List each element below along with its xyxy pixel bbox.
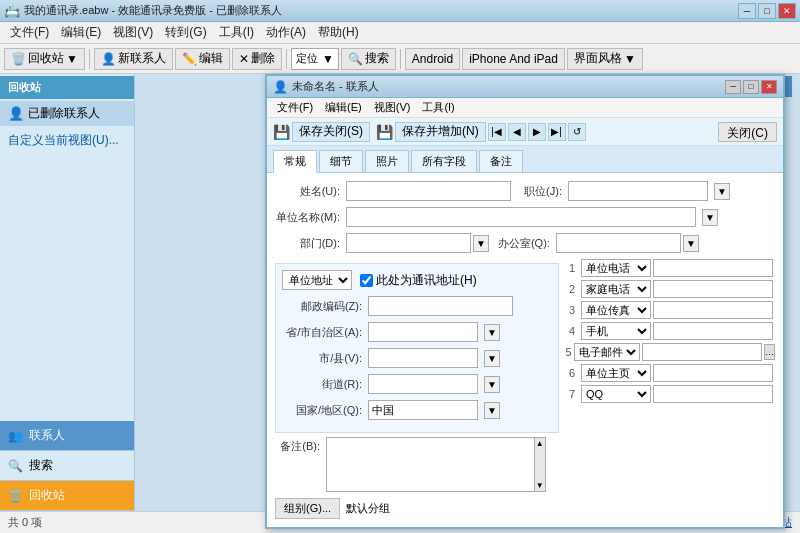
name-input[interactable] (346, 181, 511, 201)
dept-arrow[interactable]: ▼ (473, 235, 489, 252)
prev-record-button[interactable]: ◀ (508, 123, 526, 141)
dept-input[interactable] (346, 233, 471, 253)
phone-list: 1 单位电话 2 家庭电话 (565, 259, 775, 519)
dialog-menu-file[interactable]: 文件(F) (271, 99, 319, 116)
phone-num-2: 2 (565, 283, 579, 295)
dept-label: 部门(D): (275, 236, 340, 251)
mailing-address-check[interactable]: 此处为通讯地址(H) (360, 272, 477, 289)
dept-office-row: 部门(D): ▼ 办公室(Q): ▼ (275, 233, 775, 253)
city-input[interactable] (368, 348, 478, 368)
phone-input-7[interactable] (653, 385, 773, 403)
first-record-button[interactable]: |◀ (488, 123, 506, 141)
menu-file[interactable]: 文件(F) (4, 22, 55, 43)
maximize-button[interactable]: □ (758, 3, 776, 19)
title-arrow[interactable]: ▼ (714, 183, 730, 200)
delete-button[interactable]: ✕ 删除 (232, 48, 282, 70)
mailing-checkbox[interactable] (360, 274, 373, 287)
menu-edit[interactable]: 编辑(E) (55, 22, 107, 43)
office-input[interactable] (556, 233, 681, 253)
phone-type-2[interactable]: 家庭电话 (581, 280, 651, 298)
company-input[interactable] (346, 207, 696, 227)
phone-input-1[interactable] (653, 259, 773, 277)
phone-input-3[interactable] (653, 301, 773, 319)
recycle-bin-button[interactable]: 🗑️ 回收站 ▼ (4, 48, 85, 70)
notes-textarea[interactable] (327, 438, 534, 488)
edit-button[interactable]: ✏️ 编辑 (175, 48, 230, 70)
android-button[interactable]: Android (405, 48, 460, 70)
tab-detail[interactable]: 细节 (319, 150, 363, 172)
postal-input[interactable] (368, 296, 513, 316)
sidebar-nav-search[interactable]: 🔍 搜索 (0, 451, 134, 481)
main-layout: 回收站 👤 已删除联系人 自定义当前视图(U)... 👥 联系人 🔍 搜索 🗑️… (0, 74, 800, 511)
dialog-menu-view[interactable]: 视图(V) (368, 99, 417, 116)
sidebar-item-label: 已删除联系人 (28, 105, 100, 122)
locate-combo[interactable]: 定位 ▼ (291, 48, 339, 70)
street-arrow[interactable]: ▼ (484, 376, 500, 393)
phone-type-5[interactable]: 电子邮件 (574, 343, 640, 361)
office-arrow[interactable]: ▼ (683, 235, 699, 252)
tab-general[interactable]: 常规 (273, 150, 317, 173)
dialog-title-bar: 👤 未命名名 - 联系人 ─ □ ✕ (267, 76, 783, 98)
scroll-down[interactable]: ▼ (535, 480, 545, 491)
group-button[interactable]: 组别(G)... (275, 498, 340, 519)
dialog-tabs: 常规 细节 照片 所有字段 备注 (267, 146, 783, 173)
company-arrow[interactable]: ▼ (702, 209, 718, 226)
tab-notes[interactable]: 备注 (479, 150, 523, 172)
close-dialog-button[interactable]: 关闭(C) (718, 122, 777, 142)
phone-input-5[interactable] (642, 343, 762, 361)
search-button[interactable]: 🔍 搜索 (341, 48, 396, 70)
country-arrow[interactable]: ▼ (484, 402, 500, 419)
notes-scrollbar[interactable]: ▲ ▼ (534, 438, 545, 491)
phone-more-5[interactable]: … (764, 344, 775, 360)
street-input[interactable] (368, 374, 478, 394)
menu-goto[interactable]: 转到(G) (159, 22, 212, 43)
menu-tools[interactable]: 工具(I) (213, 22, 260, 43)
dialog-maximize-button[interactable]: □ (743, 80, 759, 94)
phone-input-2[interactable] (653, 280, 773, 298)
dialog-minimize-button[interactable]: ─ (725, 80, 741, 94)
phone-type-6[interactable]: 单位主页 (581, 364, 651, 382)
tab-all-fields[interactable]: 所有字段 (411, 150, 477, 172)
dialog-menu-edit[interactable]: 编辑(E) (319, 99, 368, 116)
dialog-menu-tools[interactable]: 工具(I) (416, 99, 460, 116)
phone-type-3[interactable]: 单位传真 (581, 301, 651, 319)
toolbar-icon-2: 💾 (376, 124, 393, 140)
phone-type-7[interactable]: QQ (581, 385, 651, 403)
save-close-button[interactable]: 保存关闭(S) (292, 122, 370, 142)
province-arrow[interactable]: ▼ (484, 324, 500, 341)
new-contact-button[interactable]: 👤 新联系人 (94, 48, 173, 70)
status-count: 共 0 项 (8, 515, 42, 530)
province-input[interactable] (368, 322, 478, 342)
group-value: 默认分组 (346, 501, 390, 516)
tab-photo[interactable]: 照片 (365, 150, 409, 172)
title-input[interactable] (568, 181, 708, 201)
interface-style-button[interactable]: 界面风格 ▼ (567, 48, 643, 70)
menu-action[interactable]: 动作(A) (260, 22, 312, 43)
close-app-button[interactable]: ✕ (778, 3, 796, 19)
name-label: 姓名(U): (275, 184, 340, 199)
phone-type-4[interactable]: 手机 (581, 322, 651, 340)
iphone-ipad-button[interactable]: iPhone And iPad (462, 48, 565, 70)
scroll-up[interactable]: ▲ (535, 438, 545, 449)
address-type-select[interactable]: 单位地址 (282, 270, 352, 290)
menu-help[interactable]: 帮助(H) (312, 22, 365, 43)
sidebar-item-custom-view[interactable]: 自定义当前视图(U)... (0, 126, 134, 153)
refresh-button[interactable]: ↺ (568, 123, 586, 141)
phone-input-4[interactable] (653, 322, 773, 340)
phone-type-1[interactable]: 单位电话 (581, 259, 651, 277)
sidebar-nav-recycle[interactable]: 🗑️ 回收站 (0, 481, 134, 511)
save-add-button[interactable]: 保存并增加(N) (395, 122, 486, 142)
country-row: 国家/地区(Q): ▼ (282, 400, 552, 420)
phone-num-4: 4 (565, 325, 579, 337)
dialog-close-button[interactable]: ✕ (761, 80, 777, 94)
next-record-button[interactable]: ▶ (528, 123, 546, 141)
last-record-button[interactable]: ▶| (548, 123, 566, 141)
minimize-button[interactable]: ─ (738, 3, 756, 19)
sidebar-item-deleted-contacts[interactable]: 👤 已删除联系人 (0, 101, 134, 126)
menu-view[interactable]: 视图(V) (107, 22, 159, 43)
country-input[interactable] (368, 400, 478, 420)
company-label: 单位名称(M): (275, 210, 340, 225)
sidebar-nav-contacts[interactable]: 👥 联系人 (0, 421, 134, 451)
city-arrow[interactable]: ▼ (484, 350, 500, 367)
phone-input-6[interactable] (653, 364, 773, 382)
